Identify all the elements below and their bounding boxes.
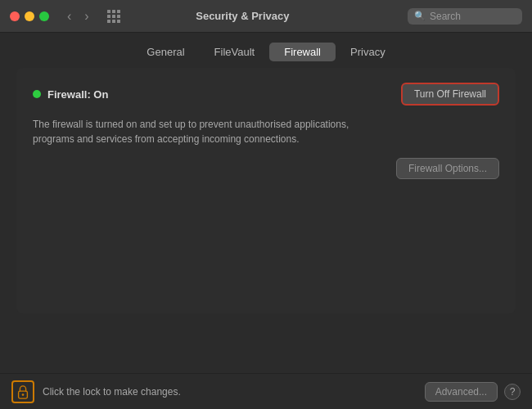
lock-label: Click the lock to make changes. [43, 386, 425, 398]
maximize-button[interactable] [39, 11, 49, 21]
firewall-status-row: Firewall: On Turn Off Firewall [33, 83, 499, 106]
turn-off-firewall-button[interactable]: Turn Off Firewall [401, 83, 499, 106]
firewall-options-button[interactable]: Firewall Options... [396, 158, 499, 179]
bottombar: Click the lock to make changes. Advanced… [0, 373, 532, 409]
search-bar[interactable]: 🔍 Search [408, 8, 522, 25]
lock-button[interactable] [11, 380, 34, 403]
lock-icon [16, 384, 29, 399]
firewall-status-left: Firewall: On [33, 88, 108, 101]
tab-filevault[interactable]: FileVault [200, 43, 270, 61]
bottom-right: Advanced... ? [425, 382, 521, 402]
back-button[interactable]: ‹ [62, 8, 76, 25]
status-dot [33, 90, 41, 98]
minimize-button[interactable] [25, 11, 34, 21]
titlebar: ‹ › Security & Privacy 🔍 Search [0, 0, 532, 33]
firewall-status-label: Firewall: On [47, 88, 108, 101]
close-button[interactable] [10, 11, 20, 21]
tab-firewall[interactable]: Firewall [269, 43, 336, 61]
traffic-lights [10, 11, 49, 21]
search-placeholder: Search [430, 11, 461, 22]
advanced-button[interactable]: Advanced... [425, 382, 498, 402]
main-content: Firewall: On Turn Off Firewall The firew… [16, 68, 516, 313]
tab-general[interactable]: General [132, 43, 199, 61]
firewall-description: The firewall is turned on and set up to … [33, 117, 393, 146]
svg-point-1 [22, 393, 25, 396]
tabbar: General FileVault Firewall Privacy [0, 33, 532, 68]
window-title: Security & Privacy [84, 10, 401, 22]
firewall-options-row: Firewall Options... [33, 158, 499, 179]
help-button[interactable]: ? [504, 384, 521, 400]
tab-privacy[interactable]: Privacy [336, 43, 400, 61]
search-icon: 🔍 [414, 11, 426, 21]
